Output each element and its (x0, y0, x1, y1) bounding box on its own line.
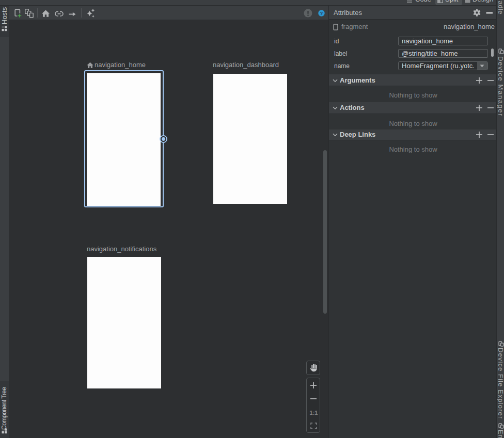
svg-text:?: ? (320, 10, 323, 16)
